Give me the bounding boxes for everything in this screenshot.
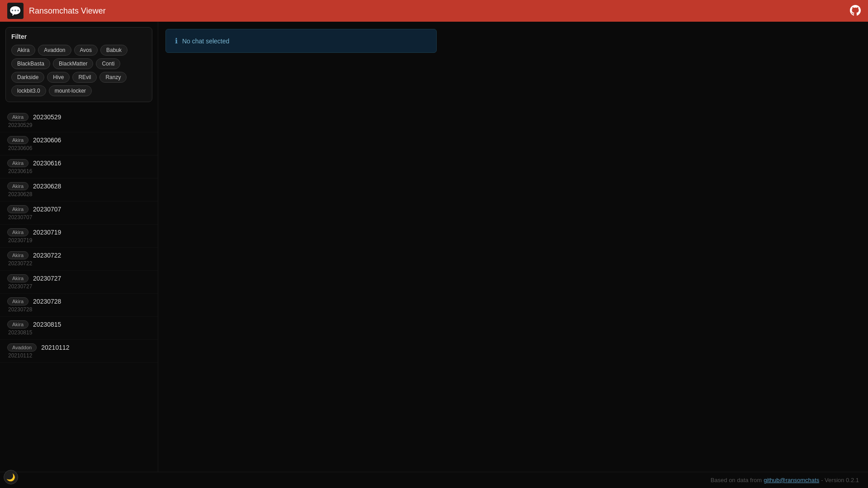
chat-date-sub: 20230719 — [7, 237, 151, 244]
chat-item[interactable]: Akira2023081520230815 — [0, 317, 158, 340]
footer-version: - Version 0.2.1 — [821, 477, 859, 483]
chat-badge: Akira — [7, 297, 28, 305]
chat-date-sub: 20230628 — [7, 191, 151, 197]
chat-item-header: Akira20230616 — [7, 159, 151, 167]
chat-date-title: 20230707 — [33, 206, 61, 213]
chat-date-title: 20230616 — [33, 160, 61, 167]
filter-tag-babuk[interactable]: Babuk — [100, 45, 127, 56]
chat-item-header: Akira20230719 — [7, 228, 151, 236]
chat-item[interactable]: Akira2023062820230628 — [0, 178, 158, 202]
chat-item[interactable]: Avaddon2021011220210112 — [0, 340, 158, 363]
right-panel: ℹ No chat selected — [158, 22, 868, 472]
chat-badge: Akira — [7, 113, 28, 121]
filter-tag-hive[interactable]: Hive — [47, 72, 70, 83]
chat-list: Akira2023052920230529Akira20230606202306… — [0, 108, 158, 365]
chat-date-sub: 20230727 — [7, 283, 151, 290]
header: 💬 Ransomchats Viewer — [0, 0, 868, 22]
filter-tag-avaddon[interactable]: Avaddon — [38, 45, 71, 56]
svg-text:💬: 💬 — [9, 5, 22, 17]
chat-item[interactable]: Akira2023070720230707 — [0, 202, 158, 225]
chat-date-title: 20230628 — [33, 183, 61, 190]
chat-item-header: Akira20230722 — [7, 251, 151, 259]
chat-date-title: 20230606 — [33, 136, 61, 144]
chat-badge: Akira — [7, 228, 28, 236]
chat-date-title: 20230727 — [33, 275, 61, 282]
chat-item[interactable]: Akira2023060620230606 — [0, 132, 158, 155]
chat-date-sub: 20230728 — [7, 306, 151, 313]
chat-item-header: Akira20230727 — [7, 274, 151, 282]
filter-tag-conti[interactable]: Conti — [96, 58, 120, 69]
filter-tag-darkside[interactable]: Darkside — [11, 72, 44, 83]
chat-badge: Akira — [7, 251, 28, 259]
no-chat-banner: ℹ No chat selected — [165, 29, 437, 53]
chat-date-title: 20230815 — [33, 321, 61, 328]
chat-date-title: 20210112 — [41, 344, 69, 351]
main-layout: Filter AkiraAvaddonAvosBabukBlackBastaBl… — [0, 22, 868, 472]
chat-badge: Avaddon — [7, 343, 37, 352]
chat-item-header: Akira20230628 — [7, 182, 151, 190]
chat-badge: Akira — [7, 205, 28, 213]
info-icon: ℹ — [175, 37, 178, 45]
header-left: 💬 Ransomchats Viewer — [7, 3, 106, 19]
chat-item[interactable]: Akira2023072820230728 — [0, 294, 158, 317]
chat-date-title: 20230529 — [33, 113, 61, 121]
github-icon[interactable] — [850, 5, 861, 17]
filter-tag-avos[interactable]: Avos — [74, 45, 98, 56]
chat-date-sub: 20230722 — [7, 260, 151, 267]
chat-item-header: Akira20230606 — [7, 136, 151, 144]
chat-badge: Akira — [7, 136, 28, 144]
footer-link[interactable]: github@ransomchats — [764, 477, 819, 483]
chat-date-sub: 20230616 — [7, 168, 151, 174]
chat-date-sub: 20230707 — [7, 214, 151, 221]
filter-tag-mount-locker[interactable]: mount-locker — [49, 85, 92, 96]
chat-date-title: 20230728 — [33, 298, 61, 305]
filter-tags: AkiraAvaddonAvosBabukBlackBastaBlackMatt… — [11, 45, 146, 96]
moon-icon: 🌙 — [6, 473, 15, 482]
no-chat-text: No chat selected — [182, 38, 229, 45]
chat-badge: Akira — [7, 182, 28, 190]
chat-badge: Akira — [7, 274, 28, 282]
chat-date-sub: 20210112 — [7, 352, 151, 359]
filter-section: Filter AkiraAvaddonAvosBabukBlackBastaBl… — [5, 27, 152, 102]
chat-date-title: 20230719 — [33, 229, 61, 236]
filter-tag-blackbasta[interactable]: BlackBasta — [11, 58, 50, 69]
theme-toggle-button[interactable]: 🌙 — [4, 470, 18, 484]
left-panel: Filter AkiraAvaddonAvosBabukBlackBastaBl… — [0, 22, 158, 472]
filter-tag-lockbit3.0[interactable]: lockbit3.0 — [11, 85, 46, 96]
footer: Based on data from github@ransomchats - … — [0, 472, 868, 488]
chat-item[interactable]: Akira2023071920230719 — [0, 225, 158, 248]
chat-item-header: Akira20230707 — [7, 205, 151, 213]
chat-item-header: Akira20230728 — [7, 297, 151, 305]
chat-item[interactable]: Akira2023072220230722 — [0, 248, 158, 271]
filter-tag-revil[interactable]: REvil — [72, 72, 97, 83]
filter-title: Filter — [11, 33, 146, 40]
app-title: Ransomchats Viewer — [29, 6, 106, 16]
chat-badge: Akira — [7, 159, 28, 167]
chat-item[interactable]: Akira2023052920230529 — [0, 109, 158, 132]
chat-item-header: Avaddon20210112 — [7, 343, 151, 352]
chat-item[interactable]: Akira2023061620230616 — [0, 155, 158, 178]
filter-tag-akira[interactable]: Akira — [11, 45, 35, 56]
logo-icon: 💬 — [7, 3, 24, 19]
chat-date-sub: 20230606 — [7, 145, 151, 151]
chat-badge: Akira — [7, 320, 28, 328]
chat-item[interactable]: Akira2023072720230727 — [0, 271, 158, 294]
chat-item-header: Akira20230815 — [7, 320, 151, 328]
chat-item-header: Akira20230529 — [7, 113, 151, 121]
footer-text: Based on data from — [711, 477, 762, 483]
chat-date-title: 20230722 — [33, 252, 61, 259]
chat-date-sub: 20230529 — [7, 122, 151, 128]
filter-tag-blackmatter[interactable]: BlackMatter — [53, 58, 93, 69]
filter-tag-ranzy[interactable]: Ranzy — [99, 72, 127, 83]
chat-date-sub: 20230815 — [7, 329, 151, 336]
